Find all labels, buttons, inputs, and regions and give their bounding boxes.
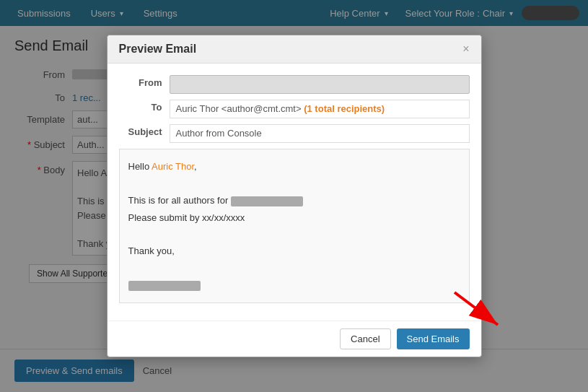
modal-send-button[interactable]: Send Emails (397, 328, 470, 349)
email-line3: Please submit by xx/xx/xxxx (128, 209, 460, 226)
email-name: Auric Thor (152, 161, 194, 172)
modal-cancel-button[interactable]: Cancel (340, 328, 390, 349)
modal-to-label: To (119, 100, 170, 113)
modal-overlay: Preview Email × From To Auric Thor <auth… (0, 0, 588, 392)
modal-from-label: From (119, 75, 170, 88)
modal-recipient-count: (1 total recipients) (304, 103, 385, 114)
modal-title: Preview Email (119, 43, 197, 56)
modal-to-value: Auric Thor <author@cmt.cmt> (1 total rec… (170, 100, 470, 118)
modal-header: Preview Email × (107, 35, 481, 64)
email-greeting: Hello Auric Thor, (128, 158, 460, 175)
modal-to-field: To Auric Thor <author@cmt.cmt> (1 total … (119, 100, 470, 118)
modal-from-field: From (119, 75, 470, 94)
modal-from-value (170, 75, 470, 94)
modal-email-body: Hello Auric Thor, This is for all author… (119, 149, 470, 302)
email-blurred2 (128, 281, 201, 291)
modal-to-email: Auric Thor <author@cmt.cmt> (176, 103, 302, 114)
email-line2: This is for all authors for (128, 192, 460, 209)
preview-email-modal: Preview Email × From To Auric Thor <auth… (107, 35, 482, 357)
modal-close-button[interactable]: × (462, 43, 469, 56)
modal-body: From To Auric Thor <author@cmt.cmt> (1 t… (107, 64, 481, 320)
email-line4: Thank you, (128, 243, 460, 259)
modal-subject-field: Subject Author from Console (119, 124, 470, 143)
modal-footer: Cancel Send Emails (107, 321, 481, 357)
modal-subject-value: Author from Console (170, 124, 470, 143)
email-blurred1 (231, 196, 303, 206)
modal-subject-label: Subject (119, 124, 170, 137)
